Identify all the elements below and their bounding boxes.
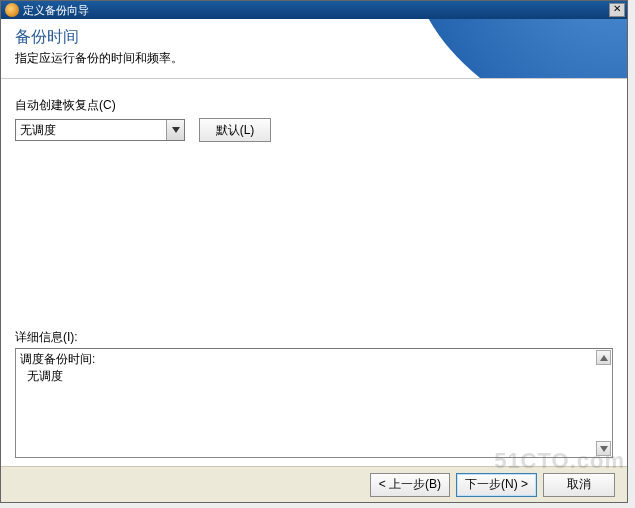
footer: < 上一步(B) 下一步(N) > 取消 [1, 466, 627, 502]
details-line-1: 调度备份时间: [20, 351, 608, 368]
scroll-down-button[interactable] [596, 441, 611, 456]
chevron-down-icon [172, 127, 180, 133]
back-button[interactable]: < 上一步(B) [370, 473, 450, 497]
details-section: 详细信息(I): 调度备份时间: 无调度 [15, 329, 613, 458]
scroll-up-button[interactable] [596, 350, 611, 365]
schedule-row: 无调度 默认(L) [15, 118, 613, 142]
banner-inner: 备份时间 指定应运行备份的时间和频率。 [1, 19, 627, 73]
details-label: 详细信息(I): [15, 329, 613, 346]
page-title: 备份时间 [15, 27, 613, 48]
close-icon: ✕ [613, 3, 621, 14]
chevron-up-icon [600, 355, 608, 361]
page-subtitle: 指定应运行备份的时间和频率。 [15, 50, 613, 67]
details-textbox[interactable]: 调度备份时间: 无调度 [15, 348, 613, 458]
banner: 备份时间 指定应运行备份的时间和频率。 [1, 19, 627, 79]
cancel-button[interactable]: 取消 [543, 473, 615, 497]
wizard-window: 定义备份向导 ✕ 备份时间 指定应运行备份的时间和频率。 自动创建恢复点(C) … [0, 0, 628, 503]
schedule-combobox-value: 无调度 [16, 120, 166, 140]
dropdown-button[interactable] [166, 120, 184, 140]
chevron-down-icon [600, 446, 608, 452]
schedule-label: 自动创建恢复点(C) [15, 97, 613, 114]
default-button[interactable]: 默认(L) [199, 118, 271, 142]
details-line-2: 无调度 [20, 368, 608, 385]
close-button[interactable]: ✕ [609, 3, 625, 17]
schedule-combobox[interactable]: 无调度 [15, 119, 185, 141]
titlebar: 定义备份向导 ✕ [1, 1, 627, 19]
window-title: 定义备份向导 [23, 3, 609, 18]
app-icon [5, 3, 19, 17]
next-button[interactable]: 下一步(N) > [456, 473, 537, 497]
content-area: 自动创建恢复点(C) 无调度 默认(L) [1, 79, 627, 150]
